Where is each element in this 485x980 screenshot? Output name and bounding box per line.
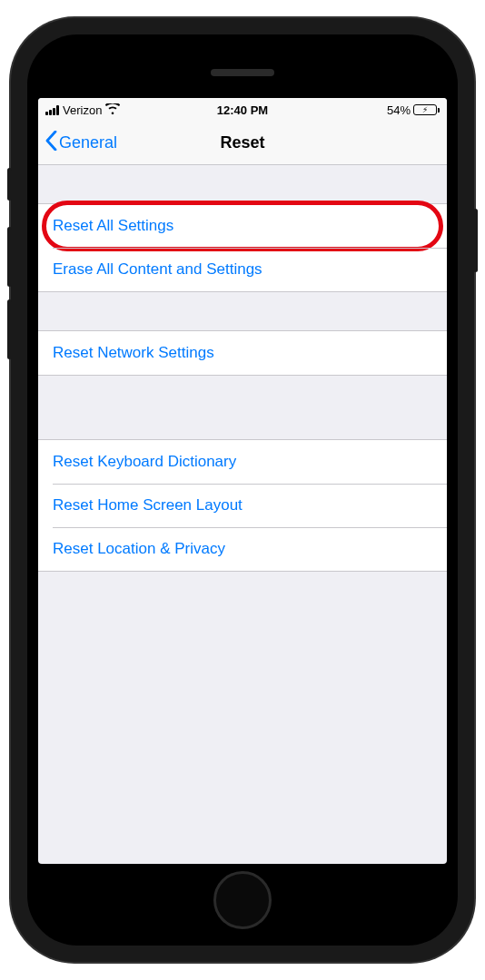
screen: Verizon 12:40 PM 54% ⚡︎: [38, 98, 447, 864]
group-spacer: [38, 376, 447, 439]
status-bar: Verizon 12:40 PM 54% ⚡︎: [38, 98, 447, 122]
reset-all-settings-item[interactable]: Reset All Settings: [38, 204, 447, 248]
erase-all-content-item[interactable]: Erase All Content and Settings: [38, 248, 447, 291]
carrier-label: Verizon: [63, 103, 102, 117]
home-button[interactable]: [213, 871, 272, 929]
mute-switch: [7, 168, 12, 201]
cellular-signal-icon: [45, 105, 59, 115]
list-group: Reset Network Settings: [38, 330, 447, 376]
group-spacer: [38, 292, 447, 330]
speaker-grille: [211, 69, 274, 76]
list-item-label: Reset Keyboard Dictionary: [53, 453, 236, 470]
phone-bezel: Verizon 12:40 PM 54% ⚡︎: [27, 34, 458, 946]
battery-icon: ⚡︎: [413, 104, 440, 115]
back-label: General: [59, 133, 117, 152]
chevron-left-icon: [45, 131, 57, 155]
navigation-bar: General Reset: [38, 122, 447, 165]
battery-percent-label: 54%: [387, 103, 411, 117]
wifi-icon: [105, 103, 120, 117]
power-button: [473, 209, 478, 272]
page-title: Reset: [220, 133, 264, 152]
list-item-label: Reset Location & Privacy: [53, 540, 225, 557]
reset-network-settings-item[interactable]: Reset Network Settings: [38, 331, 447, 375]
volume-up-button: [7, 227, 12, 287]
status-left: Verizon: [45, 103, 177, 117]
status-right: 54% ⚡︎: [308, 103, 440, 117]
reset-home-screen-layout-item[interactable]: Reset Home Screen Layout: [38, 484, 447, 527]
volume-down-button: [7, 299, 12, 359]
list-item-label: Reset Network Settings: [53, 344, 214, 361]
reset-keyboard-dictionary-item[interactable]: Reset Keyboard Dictionary: [38, 440, 447, 484]
settings-content[interactable]: Reset All Settings Erase All Content and…: [38, 165, 447, 864]
list-group: Reset Keyboard Dictionary Reset Home Scr…: [38, 439, 447, 572]
list-item-label: Reset All Settings: [53, 217, 173, 234]
list-item-label: Reset Home Screen Layout: [53, 496, 242, 514]
list-item-label: Erase All Content and Settings: [53, 260, 262, 278]
reset-location-privacy-item[interactable]: Reset Location & Privacy: [38, 527, 447, 571]
back-button[interactable]: General: [45, 131, 117, 155]
clock: 12:40 PM: [177, 103, 309, 117]
phone-frame: Verizon 12:40 PM 54% ⚡︎: [11, 18, 474, 962]
list-group: Reset All Settings Erase All Content and…: [38, 203, 447, 292]
group-spacer: [38, 165, 447, 203]
